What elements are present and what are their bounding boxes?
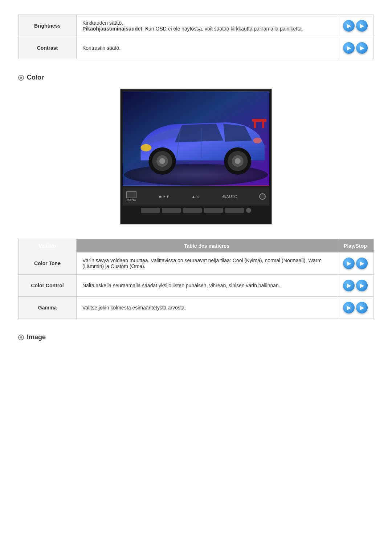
brightness-contrast-table: Brightness Kirkkauden säätö. Pikaohjauso…: [18, 15, 374, 59]
contrast-controls: ▶ ▶: [337, 37, 374, 59]
contrast-increase-button[interactable]: ▶: [356, 42, 368, 54]
color-tone-decrease-button[interactable]: ▶: [343, 258, 355, 269]
color-control-row: Color Control Näitä askelia seuraamalla …: [19, 275, 374, 297]
arrow-sun-icons: ▲/☆: [192, 194, 200, 199]
color-control-label: Color Control: [19, 275, 77, 297]
color-control-decrease-button[interactable]: ▶: [343, 280, 355, 291]
contrast-description: Kontrastin säätö.: [77, 37, 337, 59]
color-tone-increase-button[interactable]: ▶: [356, 258, 368, 269]
brightness-desc-rest: : Kun OSD ei ole näytössä, voit säätää k…: [142, 26, 303, 32]
image-section-icon: [18, 335, 24, 340]
menu-label: MENU: [127, 198, 136, 202]
monitor-btn-1: [141, 208, 160, 213]
svg-rect-13: [254, 121, 256, 128]
gamma-decrease-button[interactable]: ▶: [343, 302, 355, 313]
monitor-screen: [123, 92, 269, 186]
gamma-label: Gamma: [19, 297, 77, 319]
color-section-title: Color: [27, 74, 44, 81]
arrow-sun-label: ▲/☆: [192, 194, 200, 199]
col-header-valikko: Valikko: [19, 239, 77, 253]
col-header-play-stop: Play/Stop: [337, 239, 374, 253]
gamma-increase-button[interactable]: ▶: [356, 302, 368, 313]
car-svg: [123, 92, 269, 186]
monitor-button-row: [123, 208, 269, 213]
svg-point-5: [159, 158, 165, 164]
color-tone-row: Color Tone Värin sävyä voidaan muuttaa. …: [19, 252, 374, 275]
color-tone-description: Värin sävyä voidaan muuttaa. Valittaviss…: [77, 252, 337, 275]
auto-label: ⊕/AUTO: [222, 194, 237, 199]
monitor-controls-bar: MENU ☻⁕▼ ▲/☆ ⊕/AUTO: [123, 187, 269, 206]
brightness-label: Brightness: [19, 15, 77, 37]
auto-icon-group: ⊕/AUTO: [222, 194, 237, 199]
monitor-btn-2: [162, 208, 181, 213]
color-tone-controls: ▶ ▶: [337, 252, 374, 275]
svg-rect-14: [262, 121, 264, 128]
monitor-illustration: MENU ☻⁕▼ ▲/☆ ⊕/AUTO: [18, 89, 374, 224]
contrast-decrease-button[interactable]: ▶: [343, 42, 355, 54]
menu-icon-group: MENU: [126, 191, 136, 202]
monitor-frame: MENU ☻⁕▼ ▲/☆ ⊕/AUTO: [120, 89, 272, 224]
brightness-desc-bold: Pikaohjausominaisuudet: [82, 26, 142, 32]
contrast-label: Contrast: [19, 37, 77, 59]
monitor-btn-dot: [246, 208, 251, 213]
svg-point-10: [141, 144, 152, 151]
brightness-controls: ▶ ▶: [337, 15, 374, 37]
color-section-icon: [18, 75, 24, 81]
svg-point-11: [253, 138, 262, 143]
brightness-description: Kirkkauden säätö. Pikaohjausominaisuudet…: [77, 15, 337, 37]
osd-face-icon: ☻⁕▼: [158, 194, 170, 199]
color-tone-label: Color Tone: [19, 252, 77, 275]
svg-point-9: [235, 158, 241, 164]
contrast-row: Contrast Kontrastin säätö. ▶ ▶: [19, 37, 374, 59]
monitor-btn-3: [183, 208, 202, 213]
brightness-row: Brightness Kirkkauden säätö. Pikaohjauso…: [19, 15, 374, 37]
brightness-desc-normal: Kirkkauden säätö.: [82, 20, 123, 26]
brightness-increase-button[interactable]: ▶: [356, 20, 368, 32]
color-control-controls: ▶ ▶: [337, 275, 374, 297]
menu-icon-box: [126, 191, 136, 198]
col-header-table-des-matieres: Table des matières: [77, 239, 337, 253]
monitor-btn-4: [204, 208, 223, 213]
brightness-decrease-button[interactable]: ▶: [343, 20, 355, 32]
power-button[interactable]: [259, 193, 266, 200]
color-control-description: Näitä askelia seuraamalla säädät yksilöl…: [77, 275, 337, 297]
osd-icons: ☻⁕▼: [158, 194, 170, 199]
gamma-description: Valitse jokin kolmesta esimääritetystä a…: [77, 297, 337, 319]
color-section-header: Color: [18, 74, 374, 81]
image-section-title: Image: [27, 333, 46, 341]
color-settings-table: Valikko Table des matières Play/Stop Col…: [18, 239, 374, 319]
image-section-header: Image: [18, 333, 374, 341]
gamma-row: Gamma Valitse jokin kolmesta esimääritet…: [19, 297, 374, 319]
gamma-controls: ▶ ▶: [337, 297, 374, 319]
color-table-header-row: Valikko Table des matières Play/Stop: [19, 239, 374, 253]
monitor-btn-5: [225, 208, 244, 213]
color-control-increase-button[interactable]: ▶: [356, 280, 368, 291]
